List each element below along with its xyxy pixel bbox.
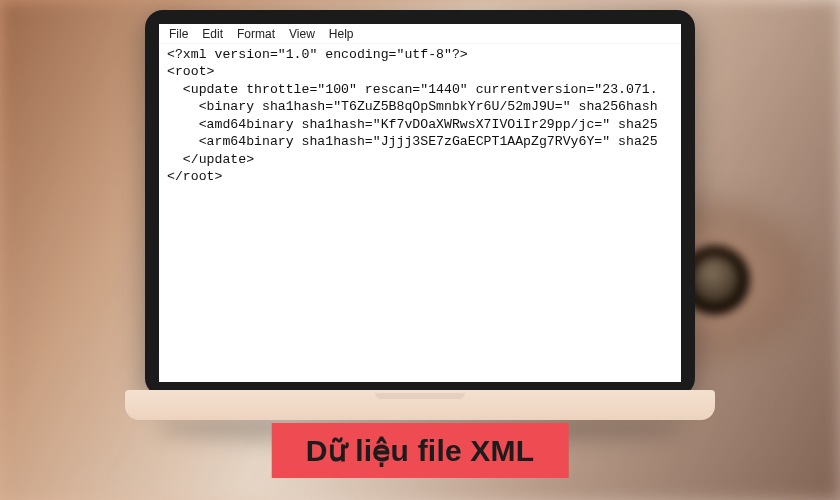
laptop-frame: File Edit Format View Help <?xml version…	[125, 10, 715, 450]
menu-format[interactable]: Format	[237, 27, 275, 41]
menu-help[interactable]: Help	[329, 27, 354, 41]
menubar: File Edit Format View Help	[159, 24, 681, 44]
code-line: <amd64binary sha1hash="Kf7vDOaXWRwsX7IVO…	[167, 117, 658, 132]
menu-view[interactable]: View	[289, 27, 315, 41]
code-line: <binary sha1hash="T6ZuZ5B8qOpSmnbkYr6U/5…	[167, 99, 658, 114]
caption-label: Dữ liệu file XML	[272, 423, 569, 478]
code-line: </root>	[167, 169, 222, 184]
laptop-base	[125, 390, 715, 420]
code-line: </update>	[167, 152, 254, 167]
editor-screen: File Edit Format View Help <?xml version…	[159, 24, 681, 382]
code-line: <root>	[167, 64, 214, 79]
code-line: <update throttle="100" rescan="1440" cur…	[167, 82, 658, 97]
menu-edit[interactable]: Edit	[202, 27, 223, 41]
screen-bezel: File Edit Format View Help <?xml version…	[145, 10, 695, 396]
code-area[interactable]: <?xml version="1.0" encoding="utf-8"?> <…	[159, 44, 681, 382]
code-line: <?xml version="1.0" encoding="utf-8"?>	[167, 47, 468, 62]
code-line: <arm64binary sha1hash="Jjjj3SE7zGaECPT1A…	[167, 134, 658, 149]
menu-file[interactable]: File	[169, 27, 188, 41]
